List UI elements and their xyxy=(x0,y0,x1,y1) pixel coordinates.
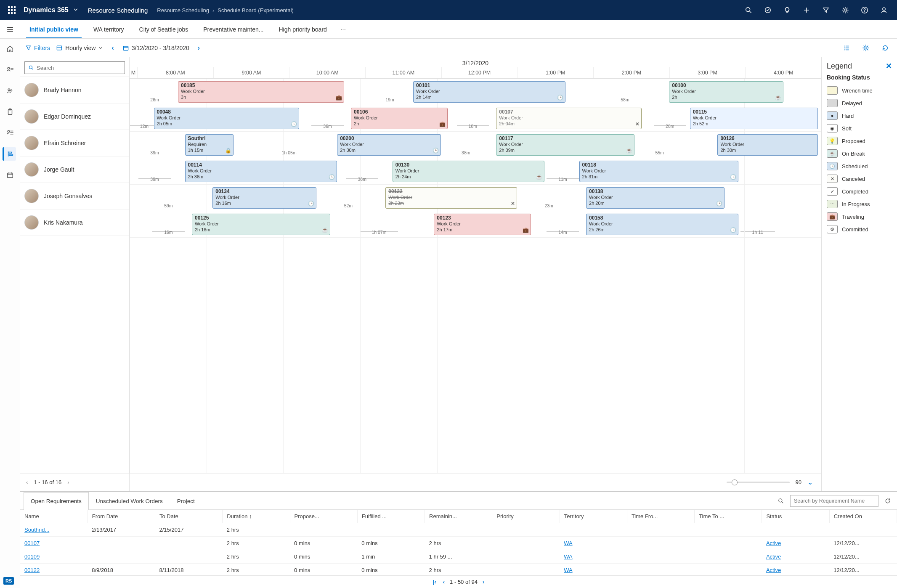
cell-link[interactable]: 00107 xyxy=(24,540,40,546)
cell-link[interactable]: Active xyxy=(766,540,781,546)
cell-link[interactable]: Active xyxy=(766,554,781,560)
people-list-icon[interactable] xyxy=(3,63,17,77)
booking-card[interactable]: 00048Work Order2h 05m🕒 xyxy=(154,108,299,129)
lightbulb-icon[interactable] xyxy=(778,0,797,20)
booking-card[interactable]: 00130Work Order2h 24m☕ xyxy=(393,161,545,182)
column-header[interactable]: Time Fro... xyxy=(627,510,694,523)
resource-row[interactable]: Edgar Dominquez xyxy=(20,103,129,130)
cell-link[interactable]: 00109 xyxy=(24,554,40,560)
grid-refresh-icon[interactable] xyxy=(882,495,894,507)
cell-link[interactable]: WA xyxy=(564,554,572,560)
gantt-area[interactable]: 3/12/2020 M 8:00 AM9:00 AM10:00 AM11:00 … xyxy=(130,57,821,491)
grid-prev-button[interactable]: ‹ xyxy=(441,579,446,585)
board-tab[interactable]: City of Seattle jobs xyxy=(132,20,196,38)
booking-card[interactable]: 00126Work Order2h 30m xyxy=(717,134,817,156)
booking-card[interactable]: 00101Work Order2h 14m🕒 xyxy=(413,81,565,103)
breadcrumb-1[interactable]: Resource Scheduling xyxy=(157,7,209,13)
booking-card[interactable]: SouthriRequiren1h 15m🔒 xyxy=(185,134,234,156)
resource-search[interactable] xyxy=(24,61,125,74)
zoom-chevron-icon[interactable]: ⌄ xyxy=(807,478,813,486)
column-header[interactable]: Territory xyxy=(560,510,627,523)
grid-first-button[interactable]: |‹ xyxy=(431,579,438,585)
table-row[interactable]: 001072 hrs0 mins0 mins2 hrsWAActive12/12… xyxy=(20,537,897,550)
add-icon[interactable] xyxy=(797,0,816,20)
schedule-board-icon[interactable] xyxy=(3,147,16,161)
cell-link[interactable]: 00122 xyxy=(24,567,40,573)
booking-card[interactable]: 00122Work Order2h 23m✕ xyxy=(385,187,517,209)
requirement-search-input[interactable] xyxy=(790,495,878,507)
booking-card[interactable]: 00115Work Order2h 52m xyxy=(690,108,818,129)
resource-search-input[interactable] xyxy=(37,65,121,71)
help-icon[interactable] xyxy=(855,0,874,20)
booking-card[interactable]: 00200Work Order2h 30m🕒 xyxy=(337,134,441,156)
booking-card[interactable]: 00118Work Order2h 31m🕒 xyxy=(579,161,738,182)
column-header[interactable]: Propose... xyxy=(290,510,357,523)
brand-chevron-icon[interactable] xyxy=(73,7,79,14)
filter-icon[interactable] xyxy=(816,0,836,20)
table-row[interactable]: 001092 hrs0 mins1 min1 hr 59 ...WAActive… xyxy=(20,550,897,564)
gear-icon[interactable] xyxy=(836,0,855,20)
cell-link[interactable]: WA xyxy=(564,567,572,573)
column-header[interactable]: From Date xyxy=(88,510,155,523)
cell-link[interactable]: Southrid... xyxy=(24,527,49,533)
people-queue-icon[interactable] xyxy=(3,126,17,140)
booking-card[interactable]: 00185Work Order3h💼 xyxy=(178,81,344,103)
booking-card[interactable]: 00134Work Order2h 16m🕒 xyxy=(212,187,316,209)
board-tab[interactable]: High priority board xyxy=(271,20,334,38)
next-period-button[interactable]: › xyxy=(195,44,202,52)
hamburger-icon[interactable] xyxy=(0,20,20,38)
pager-next-button[interactable]: › xyxy=(66,478,71,486)
column-header[interactable]: Fulfilled ... xyxy=(357,510,425,523)
breadcrumb-2[interactable]: Schedule Board (Experimental) xyxy=(218,7,294,13)
resource-row[interactable]: Jorge Gault xyxy=(20,156,129,183)
column-header[interactable]: Name xyxy=(20,510,88,523)
list-view-icon[interactable] xyxy=(840,41,853,55)
column-header[interactable]: To Date xyxy=(155,510,223,523)
booking-card[interactable]: 00158Work Order2h 26m🕒 xyxy=(586,214,738,235)
booking-card[interactable]: 00114Work Order2h 38m🕒 xyxy=(185,161,337,182)
column-header[interactable]: Time To ... xyxy=(695,510,762,523)
requirements-tab[interactable]: Open Requirements xyxy=(24,492,89,510)
booking-card[interactable]: 00106Work Order2h💼 xyxy=(351,108,448,129)
refresh-icon[interactable] xyxy=(878,41,892,55)
booking-card[interactable]: 00107Work Order2h 04m✕ xyxy=(496,108,641,129)
view-picker[interactable]: Hourly view xyxy=(56,45,103,51)
zoom-slider[interactable] xyxy=(727,482,790,483)
grid-search-icon[interactable] xyxy=(775,495,787,507)
requirements-tab[interactable]: Unscheduled Work Orders xyxy=(89,492,170,510)
filters-button[interactable]: Filters xyxy=(25,45,50,51)
table-row[interactable]: 001228/9/20188/11/20182 hrs0 mins0 mins2… xyxy=(20,564,897,576)
task-icon[interactable] xyxy=(758,0,778,20)
column-header[interactable]: Status xyxy=(762,510,829,523)
cell-link[interactable]: Active xyxy=(766,567,781,573)
booking-card[interactable]: 00117Work Order2h 09m☕ xyxy=(496,134,634,156)
people-pair-icon[interactable] xyxy=(3,84,17,98)
booking-card[interactable]: 00138Work Order2h 20m🕒 xyxy=(586,187,724,209)
search-icon[interactable] xyxy=(739,0,758,20)
user-icon[interactable] xyxy=(874,0,894,20)
resource-row[interactable]: Joseph Gonsalves xyxy=(20,183,129,209)
brand-title[interactable]: Dynamics 365 xyxy=(24,6,69,14)
grid-next-button[interactable]: › xyxy=(481,579,486,585)
pager-prev-button[interactable]: ‹ xyxy=(24,478,29,486)
booking-card[interactable]: 00125Work Order2h 16m☕ xyxy=(192,214,330,235)
date-range-picker[interactable]: 3/12/2020 - 3/18/2020 xyxy=(122,45,189,51)
board-tab[interactable]: Preventative mainten... xyxy=(196,20,271,38)
booking-card[interactable]: 00123Work Order2h 17m💼 xyxy=(434,214,531,235)
clipboard-icon[interactable] xyxy=(3,105,17,119)
calendar-icon[interactable] xyxy=(3,168,17,182)
close-icon[interactable]: ✕ xyxy=(886,61,892,71)
requirements-grid[interactable]: NameFrom DateTo DateDuration ↑Propose...… xyxy=(20,510,897,575)
cell-link[interactable]: WA xyxy=(564,540,572,546)
column-header[interactable]: Duration ↑ xyxy=(223,510,290,523)
booking-card[interactable]: 00100Work Order2h☕ xyxy=(669,81,783,103)
column-header[interactable]: Remainin... xyxy=(425,510,492,523)
more-tabs-icon[interactable]: ⋯ xyxy=(334,20,352,38)
resource-row[interactable]: Kris Nakamura xyxy=(20,209,129,236)
resource-row[interactable]: Efrain Schreiner xyxy=(20,130,129,156)
column-header[interactable]: Priority xyxy=(492,510,560,523)
resource-row[interactable]: Brady Hannon xyxy=(20,77,129,103)
board-tab[interactable]: WA territory xyxy=(86,20,132,38)
prev-period-button[interactable]: ‹ xyxy=(109,44,116,52)
board-tab[interactable]: Initial public view xyxy=(22,20,86,38)
